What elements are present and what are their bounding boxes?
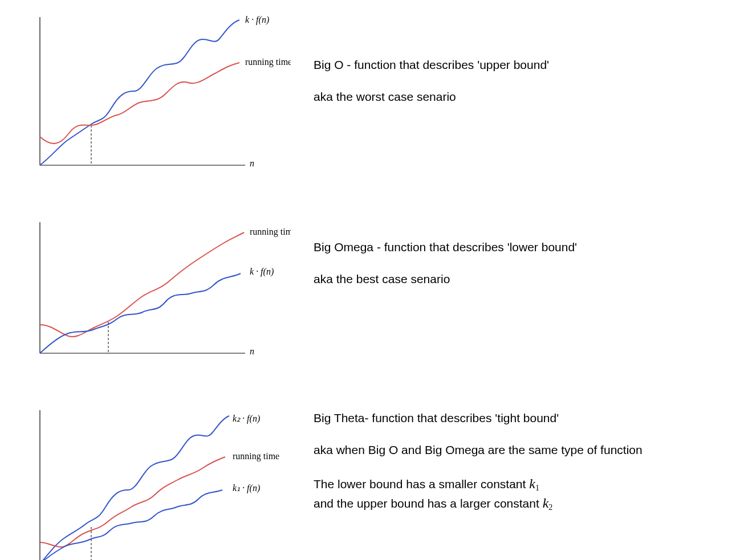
series-label-k2fn: k₂ · f(n) — [233, 414, 260, 424]
desc-big-theta: Big Theta- function that describes 'tigh… — [291, 404, 717, 513]
chart-big-o: n k · f(n) running time — [29, 11, 291, 177]
big-omega-line2: aka the best case senario — [314, 271, 717, 287]
big-omega-line1: Big Omega - function that describes 'low… — [314, 239, 717, 255]
theta-l3-b: and the upper bound has a larger constan… — [314, 497, 543, 510]
series-label-running-time: running time — [250, 227, 291, 237]
row-big-theta: n k₂ · f(n) running time k₁ · f(n) Big T… — [29, 404, 717, 560]
x-axis-label: n — [250, 158, 254, 168]
big-theta-line1: Big Theta- function that describes 'tigh… — [314, 410, 717, 426]
series-label-kfn: k · f(n) — [245, 15, 269, 25]
x-axis-label: n — [250, 346, 254, 356]
theta-l3-a: The lower bound has a smaller constant — [314, 477, 529, 490]
k2-symbol: k2 — [543, 496, 553, 510]
big-theta-line3: The lower bound has a smaller constant k… — [314, 475, 717, 513]
x-axis-label: n — [227, 557, 231, 560]
big-theta-line2: aka when Big O and Big Omega are the sam… — [314, 442, 717, 458]
series-label-running-time: running time — [245, 57, 291, 67]
desc-big-omega: Big Omega - function that describes 'low… — [291, 216, 717, 288]
desc-big-o: Big O - function that describes 'upper b… — [291, 11, 717, 105]
row-big-omega: n running time k · f(n) Big Omega - func… — [29, 216, 717, 365]
series-label-running-time: running time — [233, 451, 279, 461]
chart-big-omega: n running time k · f(n) — [29, 216, 291, 365]
k1-symbol: k1 — [529, 476, 539, 491]
chart-big-theta: n k₂ · f(n) running time k₁ · f(n) — [29, 404, 291, 560]
series-label-kfn: k · f(n) — [250, 267, 274, 277]
big-o-line1: Big O - function that describes 'upper b… — [314, 57, 717, 73]
series-label-k1fn: k₁ · f(n) — [233, 483, 260, 493]
row-big-o: n k · f(n) running time Big O - function… — [29, 11, 717, 177]
big-o-line2: aka the worst case senario — [314, 89, 717, 105]
